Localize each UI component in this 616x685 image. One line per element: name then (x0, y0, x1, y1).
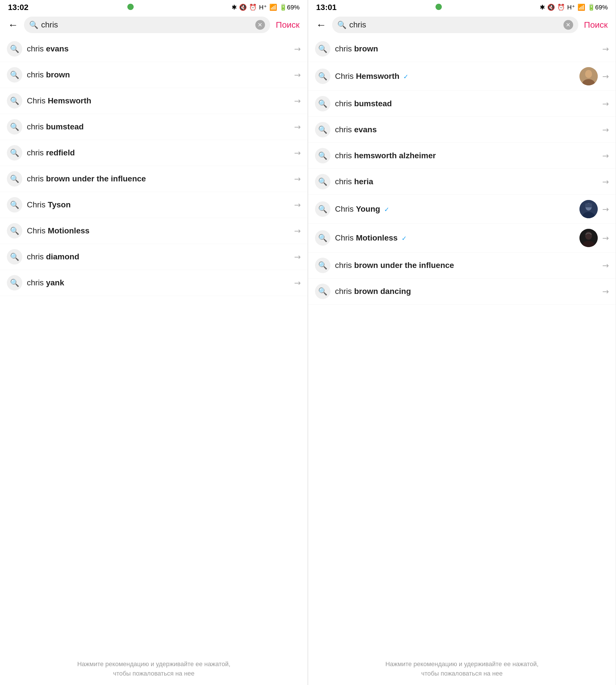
list-item[interactable]: 🔍 chris brown under the influence ↗ (308, 253, 616, 279)
list-item[interactable]: 🔍 chris brown under the influence ↗ (0, 166, 308, 192)
list-item[interactable]: 🔍 chris evans ↗ (308, 117, 616, 143)
alarm-icon-r: ⏰ (557, 4, 565, 11)
suggestion-text: Chris Motionless (27, 226, 290, 235)
status-bar-left: 13:02 ✱ 🔇 ⏰ H⁺ 📶 🔋69% (0, 0, 308, 14)
list-item[interactable]: 🔍 Chris Motionless ↗ (0, 218, 308, 244)
arrow-icon: ↗ (292, 43, 303, 55)
arrow-icon: ↗ (600, 70, 611, 82)
query-icon: 🔍 (7, 223, 22, 238)
search-icon-right: 🔍 (337, 21, 346, 29)
bluetooth-icon: ✱ (232, 4, 237, 11)
list-item[interactable]: 🔍 Chris Tyson ↗ (0, 192, 308, 218)
search-input-wrap-right: 🔍 ✕ (332, 17, 578, 33)
query-icon: 🔍 (315, 284, 330, 299)
search-action-button-right[interactable]: Поиск (582, 20, 610, 30)
query-icon: 🔍 (7, 197, 22, 213)
list-item[interactable]: 🔍 chris bumstead ↗ (308, 91, 616, 117)
suggestion-text: chris diamond (27, 252, 290, 261)
arrow-icon: ↗ (292, 277, 303, 288)
left-panel: 13:02 ✱ 🔇 ⏰ H⁺ 📶 🔋69% ← 🔍 ✕ Поиск 🔍 chri… (0, 0, 308, 685)
mute-icon-r: 🔇 (547, 4, 555, 11)
suggestion-text: Chris Young ✓ (335, 205, 575, 214)
arrow-icon: ↗ (600, 176, 611, 187)
wifi-icon-r: 📶 (577, 4, 585, 11)
search-input-left[interactable] (41, 20, 252, 29)
search-icon-left: 🔍 (29, 21, 38, 29)
list-item[interactable]: 🔍 Chris Hemsworth ↗ (0, 88, 308, 114)
suggestion-text: Chris Motionless ✓ (335, 233, 575, 242)
suggestion-text: chris bumstead (27, 122, 290, 131)
query-icon: 🔍 (7, 275, 22, 291)
status-icons-right: ✱ 🔇 ⏰ H⁺ 📶 🔋69% (540, 4, 608, 11)
list-item[interactable]: 🔍 Chris Motionless ✓ ↗ (308, 224, 616, 253)
search-action-button-left[interactable]: Поиск (273, 20, 302, 30)
back-button-left[interactable]: ← (6, 18, 21, 32)
suggestion-text: Chris Hemsworth (27, 96, 290, 105)
arrow-icon: ↗ (600, 204, 611, 215)
query-icon: 🔍 (315, 201, 330, 217)
verified-badge: ✓ (384, 206, 389, 213)
status-icons-left: ✱ 🔇 ⏰ H⁺ 📶 🔋69% (232, 4, 300, 11)
arrow-icon: ↗ (292, 251, 303, 262)
svg-rect-6 (585, 204, 592, 207)
query-icon: 🔍 (7, 249, 22, 264)
suggestion-text: chris brown dancing (335, 287, 598, 296)
suggestion-text: chris evans (27, 44, 290, 53)
suggestion-text: chris brown (335, 44, 598, 53)
suggestion-text: chris redfield (27, 148, 290, 157)
list-item[interactable]: 🔍 chris diamond ↗ (0, 244, 308, 270)
query-icon: 🔍 (315, 230, 330, 246)
arrow-icon: ↗ (600, 232, 611, 244)
suggestion-text: chris evans (335, 125, 598, 134)
suggestions-list-right: 🔍 chris brown ↗ 🔍 Chris Hemsworth ✓ ↗ 🔍 … (308, 36, 616, 654)
query-icon: 🔍 (315, 148, 330, 164)
footer-hint-left: Нажмите рекомендацию и удерживайте ее на… (0, 654, 308, 685)
avatar-image-hemsworth (579, 67, 598, 85)
search-bar-right: ← 🔍 ✕ Поиск (308, 14, 616, 36)
suggestion-text: chris brown (27, 70, 290, 80)
list-item[interactable]: 🔍 chris brown ↗ (0, 62, 308, 88)
query-icon: 🔍 (315, 258, 330, 273)
clear-button-right[interactable]: ✕ (564, 20, 573, 30)
list-item[interactable]: 🔍 chris redfield ↗ (0, 140, 308, 166)
list-item[interactable]: 🔍 chris evans ↗ (0, 36, 308, 62)
query-icon: 🔍 (315, 96, 330, 111)
list-item[interactable]: 🔍 chris brown dancing ↗ (308, 279, 616, 304)
list-item[interactable]: 🔍 chris brown ↗ (308, 36, 616, 62)
query-icon: 🔍 (315, 174, 330, 189)
arrow-icon: ↗ (600, 286, 611, 297)
time-left: 13:02 (8, 3, 28, 12)
list-item[interactable]: 🔍 chris hemsworth alzheimer ↗ (308, 143, 616, 169)
suggestion-text: chris brown under the influence (335, 261, 598, 270)
suggestion-text: chris yank (27, 278, 290, 287)
footer-hint-right: Нажмите рекомендацию и удерживайте ее на… (308, 654, 616, 685)
bluetooth-icon-r: ✱ (540, 4, 545, 11)
search-input-wrap-left: 🔍 ✕ (24, 17, 270, 33)
clear-button-left[interactable]: ✕ (255, 20, 265, 30)
avatar-hemsworth (579, 67, 598, 85)
list-item[interactable]: 🔍 chris bumstead ↗ (0, 114, 308, 140)
list-item[interactable]: 🔍 chris yank ↗ (0, 270, 308, 296)
suggestions-list-left: 🔍 chris evans ↗ 🔍 chris brown ↗ 🔍 Chris … (0, 36, 308, 654)
mute-icon: 🔇 (239, 4, 247, 11)
query-icon: 🔍 (7, 171, 22, 187)
battery-icon-r: 🔋69% (588, 4, 608, 11)
svg-point-1 (585, 70, 592, 78)
search-input-right[interactable] (349, 20, 560, 29)
query-icon: 🔍 (315, 68, 330, 84)
back-button-right[interactable]: ← (314, 18, 329, 32)
verified-badge: ✓ (401, 235, 407, 242)
arrow-icon: ↗ (600, 150, 611, 162)
list-item[interactable]: 🔍 Chris Hemsworth ✓ ↗ (308, 62, 616, 91)
list-item[interactable]: 🔍 chris heria ↗ (308, 169, 616, 195)
search-bar-left: ← 🔍 ✕ Поиск (0, 14, 308, 36)
suggestion-text: chris brown under the influence (27, 174, 290, 184)
suggestion-text: chris bumstead (335, 99, 598, 108)
query-icon: 🔍 (7, 93, 22, 109)
time-right: 13:01 (316, 3, 337, 12)
list-item[interactable]: 🔍 Chris Young ✓ ↗ (308, 195, 616, 224)
arrow-icon: ↗ (600, 98, 611, 109)
green-dot-right (434, 3, 442, 12)
arrow-icon: ↗ (600, 43, 611, 55)
query-icon: 🔍 (7, 41, 22, 57)
